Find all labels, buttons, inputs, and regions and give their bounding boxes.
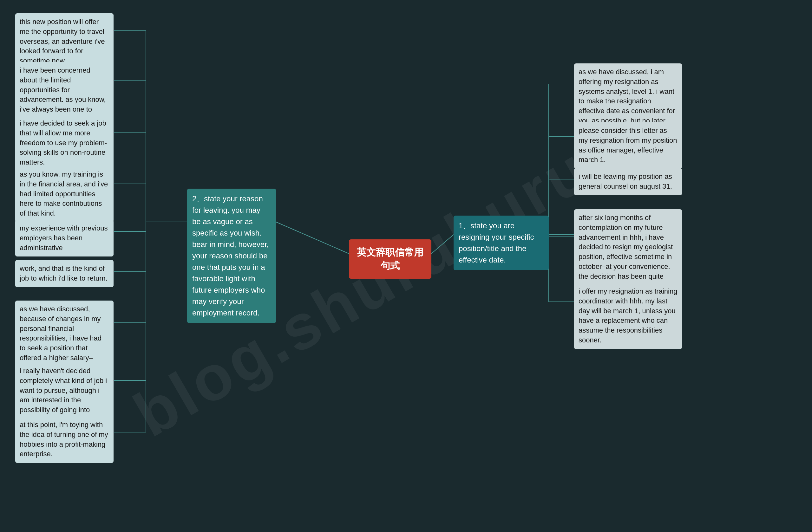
- left-node-l4: as you know, my training is in the finan…: [15, 166, 114, 222]
- right-node-r3: i will be leaving my position as general…: [574, 168, 682, 195]
- left-node-box-l3: i have decided to seek a job that will a…: [15, 115, 114, 171]
- branch-right-box: 1、state you are resigning your specific …: [453, 216, 549, 270]
- branch-left-node: 2、state your reason for leaving. you may…: [187, 189, 276, 323]
- right-node-box-r3: i will be leaving my position as general…: [574, 168, 682, 195]
- left-node-box-l6: work, and that is the kind of job to whi…: [15, 260, 114, 287]
- left-node-l6: work, and that is the kind of job to whi…: [15, 260, 114, 287]
- center-node-box: 英文辞职信常用句式: [349, 239, 431, 279]
- right-node-r2: please consider this letter as my resign…: [574, 122, 682, 169]
- left-node-text-l3: i have decided to seek a job that will a…: [20, 119, 107, 166]
- svg-line-0: [276, 222, 349, 254]
- branch-left-label: 2、state your reason for leaving. you may…: [192, 194, 269, 317]
- left-node-text-l1: this new position will offer me the oppo…: [20, 18, 105, 65]
- right-node-text-r5: i offer my resignation as training coord…: [579, 287, 677, 344]
- left-node-box-l9: at this point, i'm toying with the idea …: [15, 416, 114, 463]
- left-node-text-l4: as you know, my training is in the finan…: [20, 170, 108, 217]
- right-node-text-r3: i will be leaving my position as general…: [579, 173, 672, 190]
- right-node-r5: i offer my resignation as training coord…: [574, 283, 682, 349]
- branch-right-node: 1、state you are resigning your specific …: [453, 216, 549, 270]
- left-node-text-l6: work, and that is the kind of job to whi…: [20, 264, 107, 282]
- right-node-box-r5: i offer my resignation as training coord…: [574, 283, 682, 349]
- right-node-text-r2: please consider this letter as my resign…: [579, 127, 677, 164]
- left-node-l5: my experience with previous employers ha…: [15, 220, 114, 256]
- left-node-box-l4: as you know, my training is in the finan…: [15, 166, 114, 222]
- svg-line-12: [431, 235, 453, 254]
- branch-right-label: 1、state you are resigning your specific …: [459, 221, 534, 264]
- left-node-l1: this new position will offer me the oppo…: [15, 13, 114, 70]
- left-node-text-l5: my experience with previous employers ha…: [20, 224, 108, 252]
- left-node-text-l8: i really haven't decided completely what…: [20, 367, 107, 424]
- right-node-box-r2: please consider this letter as my resign…: [574, 122, 682, 169]
- left-node-l3: i have decided to seek a job that will a…: [15, 115, 114, 171]
- left-node-text-l9: at this point, i'm toying with the idea …: [20, 421, 108, 458]
- left-node-l9: at this point, i'm toying with the idea …: [15, 416, 114, 463]
- left-node-box-l5: my experience with previous employers ha…: [15, 220, 114, 256]
- left-node-box-l1: this new position will offer me the oppo…: [15, 13, 114, 70]
- center-label: 英文辞职信常用句式: [357, 247, 423, 271]
- center-node: 英文辞职信常用句式: [349, 239, 431, 279]
- branch-left-box: 2、state your reason for leaving. you may…: [187, 189, 276, 323]
